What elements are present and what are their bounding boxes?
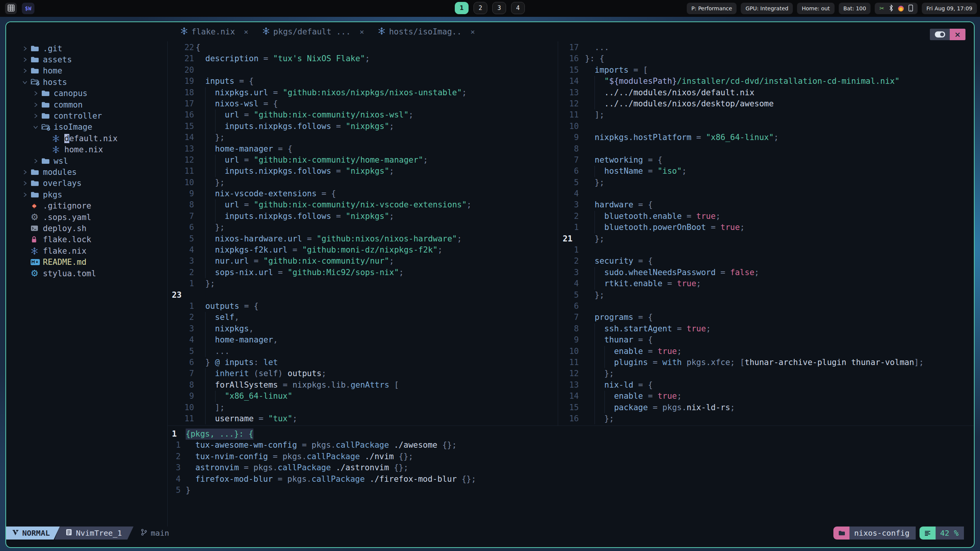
tree-item-wsl[interactable]: wsl xyxy=(6,155,167,166)
code-line: 3sudo.wheelNeedsPassword = false; xyxy=(558,267,974,278)
git-branch-segment: main xyxy=(134,527,173,540)
code-line: 7networking = { xyxy=(558,155,974,166)
editor-pane-flake-nix[interactable]: 22{21description = "tux's NixOS Flake";2… xyxy=(167,42,558,425)
system-tray[interactable]: ✂ xyxy=(875,3,918,14)
indent-guide xyxy=(585,109,595,121)
folder-icon xyxy=(41,158,54,165)
code-text: thunar = { xyxy=(604,334,653,346)
tree-item-isoimage[interactable]: isoImage xyxy=(6,122,167,133)
tree-item-assets[interactable]: assets xyxy=(6,54,167,65)
chevron-right-icon[interactable] xyxy=(33,113,41,119)
tree-item-default-nix[interactable]: default.nix xyxy=(6,133,167,144)
indent-guide xyxy=(205,334,215,346)
line-number: 8 xyxy=(167,199,196,210)
workspace-launcher-button[interactable]: $W xyxy=(22,3,34,14)
code-line: 11plugins = with pkgs.xfce; [thunar-arch… xyxy=(558,357,974,368)
indent-guide xyxy=(196,278,205,289)
tree-item-home[interactable]: home xyxy=(6,65,167,77)
tree-item-modules[interactable]: modules xyxy=(6,166,167,178)
tab-close-icon[interactable]: × xyxy=(244,27,248,36)
tree-item-deploy-sh[interactable]: deploy.sh xyxy=(6,223,167,234)
tree-item-overlays[interactable]: overlays xyxy=(6,178,167,189)
tree-item--git[interactable]: .git xyxy=(6,43,167,54)
code-line: 1}; xyxy=(167,278,558,289)
line-number: 16 xyxy=(558,413,585,424)
gpu-indicator[interactable]: GPU: Integrated xyxy=(741,3,793,14)
workspace-button-2[interactable]: 2 xyxy=(474,2,487,14)
workspace-button-4[interactable]: 4 xyxy=(511,2,525,14)
indent-guide xyxy=(585,290,595,301)
code-line: 4firefox-mod-blur = pkgs.callPackage ./f… xyxy=(167,474,974,485)
code-text: sops-nix.url = "github:Mic92/sops-nix"; xyxy=(215,267,404,278)
tree-item--gitignore[interactable]: .gitignore xyxy=(6,200,167,211)
tree-item-canopus[interactable]: canopus xyxy=(6,88,167,99)
workspace-button-3[interactable]: 3 xyxy=(492,2,506,14)
workspace-button-1[interactable]: 1 xyxy=(455,2,469,14)
code-text: }; xyxy=(604,413,614,424)
code-text: networking = { xyxy=(595,155,662,166)
indent-guide xyxy=(595,98,604,109)
indent-guide xyxy=(604,391,614,402)
app-launcher-button[interactable] xyxy=(5,3,17,14)
tree-item-common[interactable]: common xyxy=(6,99,167,110)
chevron-right-icon[interactable] xyxy=(22,181,31,186)
editor-pane-isoimage-default-nix[interactable]: 17...16}: {15imports = [14"${modulesPath… xyxy=(558,42,974,425)
indent-guide xyxy=(205,402,215,413)
chevron-right-icon[interactable] xyxy=(33,91,41,96)
code-line: 6} @ inputs: let xyxy=(167,357,558,368)
tree-item-flake-nix[interactable]: flake.nix xyxy=(6,245,167,256)
tab-close-icon[interactable]: × xyxy=(359,27,364,36)
tree-item--sops-yaml[interactable]: ⚙.sops.yaml xyxy=(6,212,167,223)
chevron-right-icon[interactable] xyxy=(22,46,31,51)
battery-indicator[interactable]: Bat: 100 xyxy=(839,3,871,14)
chevron-right-icon[interactable] xyxy=(22,170,31,175)
window-toggle-button[interactable] xyxy=(930,29,950,40)
window-close-button[interactable]: × xyxy=(950,29,965,40)
indent-guide xyxy=(585,199,595,210)
tab-pkgs-default[interactable]: pkgs/default ... × xyxy=(257,22,369,41)
indent-guide xyxy=(215,155,225,166)
chevron-right-icon[interactable] xyxy=(22,57,31,62)
tab-hosts-isoimage[interactable]: hosts/isoImag.. × xyxy=(372,22,480,41)
tab-flake-nix[interactable]: flake.nix × xyxy=(175,22,254,41)
line-number: 13 xyxy=(558,87,585,98)
line-number: 3 xyxy=(167,323,196,334)
tree-item-home-nix[interactable]: home.nix xyxy=(6,144,167,155)
line-number: 5 xyxy=(167,485,186,496)
line-number: 22 xyxy=(167,42,196,53)
line-number: 2 xyxy=(558,256,585,267)
line-number: 10 xyxy=(167,177,196,188)
chevron-right-icon[interactable] xyxy=(22,192,31,197)
home-indicator[interactable]: Home: out xyxy=(797,3,834,14)
code-text: inputs.nixpkgs.follows = "nixpkgs"; xyxy=(225,211,394,222)
code-line: 2sops-nix.url = "github:Mic92/sops-nix"; xyxy=(167,267,558,278)
nix-snowflake-icon xyxy=(378,27,385,37)
code-text: ... xyxy=(215,346,230,357)
line-number: 16 xyxy=(167,109,196,121)
chevron-right-icon[interactable] xyxy=(33,102,41,108)
tree-item-stylua-toml[interactable]: ⚙stylua.toml xyxy=(6,268,167,279)
chevron-down-icon[interactable] xyxy=(33,124,41,130)
chevron-right-icon[interactable] xyxy=(22,68,31,73)
chevron-down-icon[interactable] xyxy=(22,80,31,85)
code-line: 1 xyxy=(558,245,974,256)
power-profile-indicator[interactable]: P: Performance xyxy=(687,3,737,14)
line-number: 17 xyxy=(167,98,196,109)
line-number: 5 xyxy=(558,177,585,188)
clock[interactable]: Fri Aug 09, 17:09 xyxy=(922,3,977,14)
line-number: 6 xyxy=(167,222,196,233)
chevron-right-icon[interactable] xyxy=(33,158,41,164)
tree-item-readme-md[interactable]: README.md xyxy=(6,256,167,267)
code-text: ssh.startAgent = true; xyxy=(604,323,711,334)
tree-item-pkgs[interactable]: pkgs xyxy=(6,189,167,200)
tree-item-controller[interactable]: controller xyxy=(6,110,167,121)
code-line: 2self, xyxy=(167,312,558,323)
code-line: 1bluetooth.powerOnBoot = true; xyxy=(558,222,974,233)
vim-icon xyxy=(12,528,19,538)
line-number: 2 xyxy=(167,312,196,323)
code-text: } @ inputs: let xyxy=(205,357,278,368)
code-text: ]; xyxy=(215,402,225,413)
tree-item-hosts[interactable]: hosts xyxy=(6,77,167,88)
tab-close-icon[interactable]: × xyxy=(470,27,475,36)
tree-item-flake-lock[interactable]: flake.lock xyxy=(6,234,167,245)
